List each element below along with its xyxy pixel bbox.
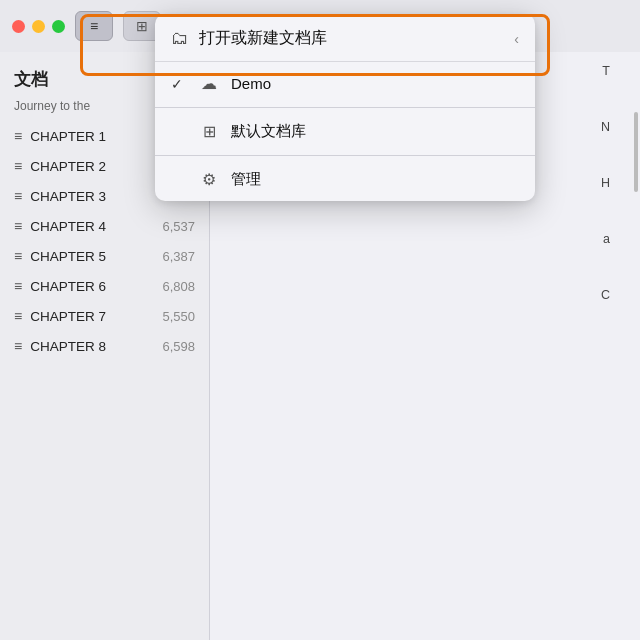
default-library-label: 默认文档库 — [231, 122, 306, 141]
gear-icon: ⚙ — [199, 170, 219, 189]
dropdown-menu[interactable]: 🗂 打开或新建文档库 ‹ ✓ ☁ Demo ⊞ 默认文档库 ⚙ 管理 — [155, 14, 535, 201]
chapter-label: CHAPTER 5 — [30, 249, 154, 264]
list-icon: ≡ — [90, 18, 98, 34]
check-icon: ✓ — [171, 76, 187, 92]
chapter-count: 6,387 — [162, 249, 195, 264]
grid-icon: ⊞ — [136, 18, 148, 34]
divider2 — [155, 155, 535, 156]
chapter-label: CHAPTER 4 — [30, 219, 154, 234]
doc-icon: ≡ — [14, 278, 22, 294]
chevron-icon[interactable]: ‹ — [514, 31, 519, 47]
content-text-t: T — [602, 62, 610, 81]
demo-label: Demo — [231, 75, 271, 92]
sidebar-item-chapter6[interactable]: ≡ CHAPTER 6 6,808 — [0, 271, 209, 301]
maximize-button[interactable] — [52, 20, 65, 33]
chapter-label: CHAPTER 6 — [30, 279, 154, 294]
chapter-label: CHAPTER 8 — [30, 339, 154, 354]
dropdown-item-default-library[interactable]: ⊞ 默认文档库 — [155, 110, 535, 153]
sidebar-item-chapter4[interactable]: ≡ CHAPTER 4 6,537 — [0, 211, 209, 241]
folder-icon: 🗂 — [171, 28, 189, 49]
traffic-lights — [12, 20, 65, 33]
divider1 — [155, 107, 535, 108]
grid-icon: ⊞ — [199, 122, 219, 141]
dropdown-item-manage[interactable]: ⚙ 管理 — [155, 158, 535, 201]
sidebar-item-chapter8[interactable]: ≡ CHAPTER 8 6,598 — [0, 331, 209, 361]
scrollbar[interactable] — [634, 112, 638, 192]
outline-view-button[interactable]: ≡ — [75, 11, 113, 41]
sidebar-item-chapter7[interactable]: ≡ CHAPTER 7 5,550 — [0, 301, 209, 331]
doc-icon: ≡ — [14, 308, 22, 324]
content-text-h: H — [601, 174, 610, 193]
doc-icon: ≡ — [14, 248, 22, 264]
close-button[interactable] — [12, 20, 25, 33]
cloud-icon: ☁ — [199, 74, 219, 93]
doc-icon: ≡ — [14, 338, 22, 354]
dropdown-item-demo[interactable]: ✓ ☁ Demo — [155, 62, 535, 105]
minimize-button[interactable] — [32, 20, 45, 33]
manage-label: 管理 — [231, 170, 261, 189]
sidebar-item-chapter5[interactable]: ≡ CHAPTER 5 6,387 — [0, 241, 209, 271]
content-text-n: N — [601, 118, 610, 137]
content-text-c: C — [601, 286, 610, 305]
doc-icon: ≡ — [14, 188, 22, 204]
chapter-count: 6,537 — [162, 219, 195, 234]
doc-icon: ≡ — [14, 218, 22, 234]
doc-icon: ≡ — [14, 158, 22, 174]
doc-icon: ≡ — [14, 128, 22, 144]
chapter-count: 5,550 — [162, 309, 195, 324]
chapter-label: CHAPTER 7 — [30, 309, 154, 324]
content-text-a: a — [603, 230, 610, 249]
chapter-count: 6,808 — [162, 279, 195, 294]
open-new-library-row[interactable]: 🗂 打开或新建文档库 ‹ — [155, 14, 535, 62]
chapter-count: 6,598 — [162, 339, 195, 354]
open-library-label: 打开或新建文档库 — [199, 28, 504, 49]
